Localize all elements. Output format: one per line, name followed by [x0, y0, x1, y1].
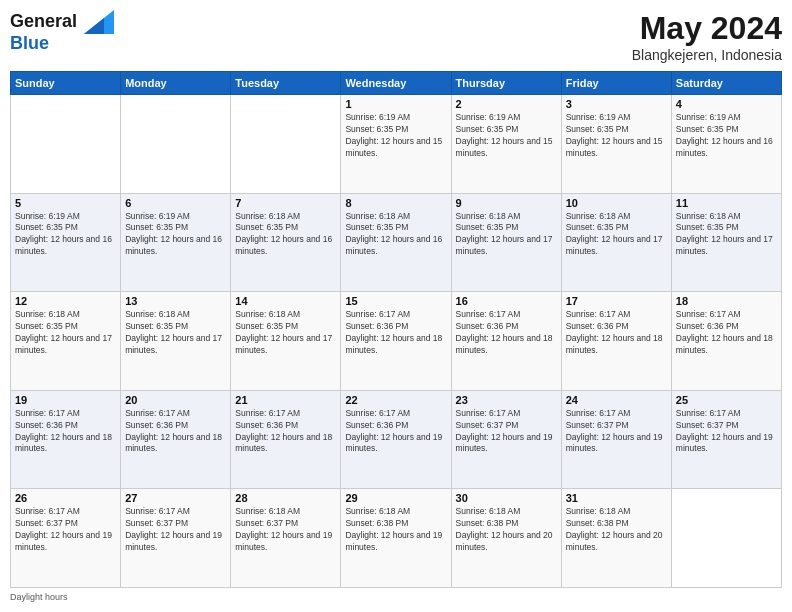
- calendar-cell: 19Sunrise: 6:17 AMSunset: 6:36 PMDayligh…: [11, 390, 121, 489]
- calendar-cell: 24Sunrise: 6:17 AMSunset: 6:37 PMDayligh…: [561, 390, 671, 489]
- day-number: 13: [125, 295, 226, 307]
- calendar-cell: 9Sunrise: 6:18 AMSunset: 6:35 PMDaylight…: [451, 193, 561, 292]
- day-info: Sunrise: 6:19 AMSunset: 6:35 PMDaylight:…: [15, 211, 116, 259]
- day-number: 6: [125, 197, 226, 209]
- calendar-cell: 10Sunrise: 6:18 AMSunset: 6:35 PMDayligh…: [561, 193, 671, 292]
- calendar-cell: 17Sunrise: 6:17 AMSunset: 6:36 PMDayligh…: [561, 292, 671, 391]
- day-number: 8: [345, 197, 446, 209]
- calendar-cell: 14Sunrise: 6:18 AMSunset: 6:35 PMDayligh…: [231, 292, 341, 391]
- day-number: 25: [676, 394, 777, 406]
- calendar-cell: 11Sunrise: 6:18 AMSunset: 6:35 PMDayligh…: [671, 193, 781, 292]
- page: General Blue May 2024 Blangkejeren, Indo…: [0, 0, 792, 612]
- day-number: 26: [15, 492, 116, 504]
- day-number: 16: [456, 295, 557, 307]
- day-info: Sunrise: 6:17 AMSunset: 6:36 PMDaylight:…: [566, 309, 667, 357]
- day-info: Sunrise: 6:17 AMSunset: 6:36 PMDaylight:…: [125, 408, 226, 456]
- calendar-week-5: 26Sunrise: 6:17 AMSunset: 6:37 PMDayligh…: [11, 489, 782, 588]
- day-info: Sunrise: 6:18 AMSunset: 6:38 PMDaylight:…: [566, 506, 667, 554]
- day-number: 19: [15, 394, 116, 406]
- title-block: May 2024 Blangkejeren, Indonesia: [632, 10, 782, 63]
- day-number: 12: [15, 295, 116, 307]
- day-info: Sunrise: 6:18 AMSunset: 6:35 PMDaylight:…: [15, 309, 116, 357]
- calendar-cell: 2Sunrise: 6:19 AMSunset: 6:35 PMDaylight…: [451, 95, 561, 194]
- day-info: Sunrise: 6:18 AMSunset: 6:35 PMDaylight:…: [235, 309, 336, 357]
- calendar-cell: [671, 489, 781, 588]
- calendar-header-thursday: Thursday: [451, 72, 561, 95]
- day-number: 5: [15, 197, 116, 209]
- calendar-cell: 5Sunrise: 6:19 AMSunset: 6:35 PMDaylight…: [11, 193, 121, 292]
- day-info: Sunrise: 6:18 AMSunset: 6:35 PMDaylight:…: [235, 211, 336, 259]
- day-number: 31: [566, 492, 667, 504]
- logo-blue: Blue: [10, 34, 114, 54]
- day-number: 2: [456, 98, 557, 110]
- calendar-header-tuesday: Tuesday: [231, 72, 341, 95]
- calendar-header-row: SundayMondayTuesdayWednesdayThursdayFrid…: [11, 72, 782, 95]
- calendar-cell: 30Sunrise: 6:18 AMSunset: 6:38 PMDayligh…: [451, 489, 561, 588]
- calendar-cell: 18Sunrise: 6:17 AMSunset: 6:36 PMDayligh…: [671, 292, 781, 391]
- calendar-week-2: 5Sunrise: 6:19 AMSunset: 6:35 PMDaylight…: [11, 193, 782, 292]
- day-info: Sunrise: 6:17 AMSunset: 6:36 PMDaylight:…: [235, 408, 336, 456]
- calendar-header-monday: Monday: [121, 72, 231, 95]
- calendar-cell: 27Sunrise: 6:17 AMSunset: 6:37 PMDayligh…: [121, 489, 231, 588]
- day-number: 27: [125, 492, 226, 504]
- logo: General Blue: [10, 10, 114, 54]
- calendar-cell: 21Sunrise: 6:17 AMSunset: 6:36 PMDayligh…: [231, 390, 341, 489]
- calendar-cell: 12Sunrise: 6:18 AMSunset: 6:35 PMDayligh…: [11, 292, 121, 391]
- day-info: Sunrise: 6:18 AMSunset: 6:37 PMDaylight:…: [235, 506, 336, 554]
- day-number: 28: [235, 492, 336, 504]
- logo-icon: [84, 10, 114, 34]
- day-number: 3: [566, 98, 667, 110]
- calendar-cell: 28Sunrise: 6:18 AMSunset: 6:37 PMDayligh…: [231, 489, 341, 588]
- day-info: Sunrise: 6:18 AMSunset: 6:35 PMDaylight:…: [456, 211, 557, 259]
- day-info: Sunrise: 6:19 AMSunset: 6:35 PMDaylight:…: [125, 211, 226, 259]
- day-number: 20: [125, 394, 226, 406]
- day-info: Sunrise: 6:18 AMSunset: 6:35 PMDaylight:…: [676, 211, 777, 259]
- day-number: 14: [235, 295, 336, 307]
- day-info: Sunrise: 6:17 AMSunset: 6:36 PMDaylight:…: [345, 309, 446, 357]
- day-number: 18: [676, 295, 777, 307]
- calendar-week-4: 19Sunrise: 6:17 AMSunset: 6:36 PMDayligh…: [11, 390, 782, 489]
- day-info: Sunrise: 6:17 AMSunset: 6:37 PMDaylight:…: [15, 506, 116, 554]
- calendar-cell: 31Sunrise: 6:18 AMSunset: 6:38 PMDayligh…: [561, 489, 671, 588]
- calendar-week-1: 1Sunrise: 6:19 AMSunset: 6:35 PMDaylight…: [11, 95, 782, 194]
- footer-label: Daylight hours: [10, 592, 782, 602]
- day-number: 7: [235, 197, 336, 209]
- day-number: 29: [345, 492, 446, 504]
- calendar-cell: 16Sunrise: 6:17 AMSunset: 6:36 PMDayligh…: [451, 292, 561, 391]
- day-number: 11: [676, 197, 777, 209]
- day-number: 9: [456, 197, 557, 209]
- day-number: 10: [566, 197, 667, 209]
- day-info: Sunrise: 6:17 AMSunset: 6:36 PMDaylight:…: [345, 408, 446, 456]
- day-number: 21: [235, 394, 336, 406]
- day-number: 30: [456, 492, 557, 504]
- day-info: Sunrise: 6:17 AMSunset: 6:37 PMDaylight:…: [676, 408, 777, 456]
- day-info: Sunrise: 6:17 AMSunset: 6:36 PMDaylight:…: [456, 309, 557, 357]
- calendar-header-friday: Friday: [561, 72, 671, 95]
- day-number: 22: [345, 394, 446, 406]
- calendar-header-saturday: Saturday: [671, 72, 781, 95]
- day-info: Sunrise: 6:17 AMSunset: 6:37 PMDaylight:…: [125, 506, 226, 554]
- calendar-cell: 25Sunrise: 6:17 AMSunset: 6:37 PMDayligh…: [671, 390, 781, 489]
- header: General Blue May 2024 Blangkejeren, Indo…: [10, 10, 782, 63]
- day-info: Sunrise: 6:18 AMSunset: 6:38 PMDaylight:…: [456, 506, 557, 554]
- day-number: 17: [566, 295, 667, 307]
- day-info: Sunrise: 6:18 AMSunset: 6:35 PMDaylight:…: [125, 309, 226, 357]
- day-info: Sunrise: 6:18 AMSunset: 6:35 PMDaylight:…: [566, 211, 667, 259]
- calendar-cell: 23Sunrise: 6:17 AMSunset: 6:37 PMDayligh…: [451, 390, 561, 489]
- calendar-cell: 7Sunrise: 6:18 AMSunset: 6:35 PMDaylight…: [231, 193, 341, 292]
- day-info: Sunrise: 6:19 AMSunset: 6:35 PMDaylight:…: [676, 112, 777, 160]
- calendar-cell: 4Sunrise: 6:19 AMSunset: 6:35 PMDaylight…: [671, 95, 781, 194]
- calendar-cell: 20Sunrise: 6:17 AMSunset: 6:36 PMDayligh…: [121, 390, 231, 489]
- calendar-cell: [121, 95, 231, 194]
- location: Blangkejeren, Indonesia: [632, 47, 782, 63]
- calendar-cell: 15Sunrise: 6:17 AMSunset: 6:36 PMDayligh…: [341, 292, 451, 391]
- calendar-cell: 22Sunrise: 6:17 AMSunset: 6:36 PMDayligh…: [341, 390, 451, 489]
- day-info: Sunrise: 6:18 AMSunset: 6:38 PMDaylight:…: [345, 506, 446, 554]
- calendar-cell: 26Sunrise: 6:17 AMSunset: 6:37 PMDayligh…: [11, 489, 121, 588]
- day-number: 1: [345, 98, 446, 110]
- calendar-cell: 8Sunrise: 6:18 AMSunset: 6:35 PMDaylight…: [341, 193, 451, 292]
- calendar-header-sunday: Sunday: [11, 72, 121, 95]
- calendar-cell: [231, 95, 341, 194]
- day-info: Sunrise: 6:17 AMSunset: 6:37 PMDaylight:…: [456, 408, 557, 456]
- month-title: May 2024: [632, 10, 782, 47]
